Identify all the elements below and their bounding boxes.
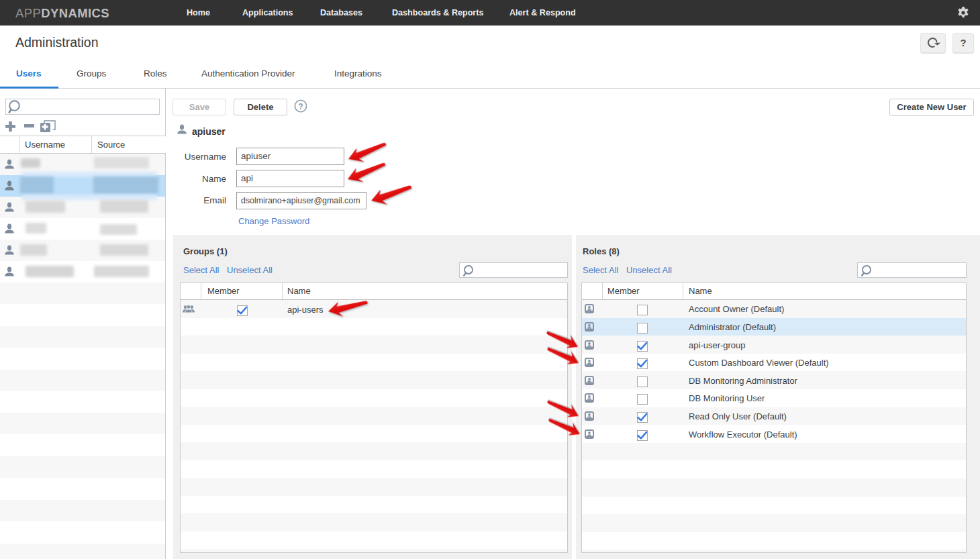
svg-text:?: ? — [298, 102, 303, 111]
